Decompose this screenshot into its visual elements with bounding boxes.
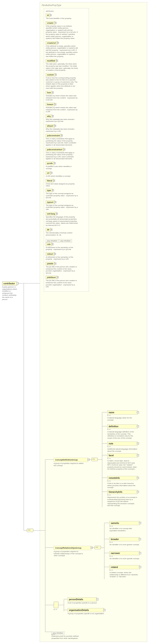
- attribute-roleuri: roleuri+A refinement of the semantics of…: [46, 252, 87, 260]
- expand-icon[interactable]: +: [54, 103, 56, 105]
- attribute-xml:lang: xml:lang+Specifies the language of this …: [46, 212, 87, 226]
- attr-desc: The job title of the person who created …: [46, 266, 78, 274]
- expand-icon[interactable]: +: [137, 425, 139, 428]
- expand-icon[interactable]: −: [88, 458, 90, 461]
- attr-label: pubconstraint+: [46, 134, 61, 137]
- element-sameAs: sameAs+0..∞An identifier of a concept wi…: [110, 521, 140, 532]
- connector-line: [98, 460, 102, 460]
- expand-icon[interactable]: +: [139, 552, 141, 554]
- element-related: related+0..∞A related concept, where the…: [110, 565, 140, 578]
- element-broader: broader+0..∞An identifier of a more gene…: [110, 537, 140, 546]
- expand-icon[interactable]: +: [53, 180, 55, 182]
- attributes-title: attributes: [46, 10, 87, 12]
- expand-icon[interactable]: +: [52, 92, 54, 94]
- attr-label: why+: [46, 114, 52, 118]
- expand-icon[interactable]: +: [54, 125, 56, 127]
- expand-icon[interactable]: +: [96, 598, 98, 600]
- attribute-how: how+Indicates by which means the value w…: [46, 91, 87, 101]
- expand-icon[interactable]: +: [50, 14, 52, 16]
- expand-icon[interactable]: +: [54, 253, 56, 255]
- connector-line: [104, 523, 104, 579]
- expand-icon[interactable]: +: [61, 134, 63, 136]
- element-note: note+0..∞Additional natural language inf…: [108, 442, 138, 452]
- extension-point: any ##other Extension point for provider…: [52, 630, 82, 639]
- multiplicity: 0..∞: [54, 608, 57, 610]
- attr-desc: A qualified code which identifies a conc…: [46, 166, 78, 170]
- attr-label: modified+: [46, 59, 56, 62]
- sequence-connector[interactable]: [91, 458, 98, 461]
- expand-icon[interactable]: +: [139, 566, 141, 568]
- connector-line: [101, 548, 104, 548]
- attribute-creatoruri: creatoruri+If the attribute is empty, sp…: [46, 41, 87, 58]
- attr-label: id+: [46, 14, 50, 17]
- attr-desc: The type of the concept assigned as cont…: [46, 204, 78, 210]
- element-hierarchyInfo: hierarchyInfo+0..∞Represents the positio…: [108, 490, 138, 507]
- sequence-connector[interactable]: [94, 546, 101, 549]
- attr-label: type+: [46, 189, 52, 192]
- expand-icon[interactable]: +: [57, 42, 59, 44]
- attr-desc: Indicates by which means the value was e…: [46, 95, 78, 101]
- expand-icon[interactable]: +: [63, 148, 65, 150]
- expand-icon[interactable]: −: [91, 547, 93, 549]
- attr-desc: Specifies the language of this property …: [46, 216, 78, 226]
- root-desc: A party (person or organisation) which m…: [2, 286, 17, 300]
- expand-icon[interactable]: +: [56, 213, 58, 215]
- expand-icon[interactable]: +: [137, 454, 139, 456]
- expand-icon[interactable]: +: [137, 477, 139, 479]
- expand-icon[interactable]: +: [50, 172, 52, 174]
- attribute-id: id+The local identifier of the property.: [46, 14, 87, 20]
- attribute-typeuri: typeuri+The type of the concept assigned…: [46, 200, 87, 210]
- multiplicity: 0..∞: [52, 634, 55, 636]
- attr-desc: If set to true the corresponding propert…: [46, 77, 78, 90]
- expand-icon[interactable]: +: [139, 522, 141, 524]
- attribute-pubconstraint: pubconstraint+One or many constraints th…: [46, 134, 87, 146]
- expand-icon[interactable]: +: [54, 262, 56, 264]
- attr-desc: Why the metadata has been included - exp…: [46, 128, 78, 132]
- attr-label: literal+: [46, 179, 54, 182]
- attr-label: jobtitle+: [46, 262, 55, 266]
- expand-icon[interactable]: +: [50, 229, 52, 230]
- attr-label: creatoruri+: [46, 41, 57, 45]
- expand-icon[interactable]: +: [56, 60, 58, 62]
- concept-definition-group: ConceptDefinitionGroup −: [54, 458, 88, 462]
- connector-line: [91, 548, 94, 548]
- expand-icon[interactable]: +: [52, 189, 54, 191]
- attr-label: xml:lang+: [46, 212, 56, 216]
- expand-icon[interactable]: +: [54, 162, 56, 164]
- attr-label: how+: [46, 91, 52, 94]
- root-label: contributor: [4, 282, 15, 285]
- attribute-jobtitleuri: jobtitleuri+The job title of the person …: [46, 276, 87, 288]
- attr-desc: The local identifier of the property.: [46, 18, 78, 20]
- attr-desc: The job title of the person who created …: [46, 280, 78, 288]
- attr-desc: If the property value is not defined, sp…: [46, 25, 78, 40]
- element-organisationDetails: organisationDetails+A group of propertie…: [68, 608, 104, 615]
- choice-connector[interactable]: [54, 602, 58, 608]
- expand-icon[interactable]: +: [137, 411, 139, 414]
- expand-icon[interactable]: +: [137, 491, 139, 493]
- attr-desc: If the attribute is empty, specifies whi…: [46, 45, 78, 58]
- connector-line: [45, 632, 52, 632]
- expand-icon[interactable]: +: [54, 201, 56, 203]
- expand-icon[interactable]: +: [57, 276, 59, 278]
- element-narrower: narrower+0..∞An identifier of a more spe…: [110, 551, 140, 560]
- expand-icon[interactable]: +: [54, 22, 56, 24]
- expand-icon[interactable]: +: [55, 74, 57, 76]
- attr-label: dir+: [46, 228, 51, 232]
- attr-desc: Indicates by which means the value was e…: [46, 106, 78, 113]
- attribute-uri: uri+A URI which identifies a concept.: [46, 171, 87, 177]
- sequence-connector[interactable]: [27, 528, 33, 532]
- element-facet: facet+0..∞In NAR 1.8 and later, facet is…: [108, 454, 138, 470]
- attr-label: qcode+: [46, 162, 54, 165]
- connector-line: [17, 283, 40, 284]
- attr-label: creator+: [46, 21, 55, 25]
- element-name: name+0..∞A natural language name for the…: [108, 410, 138, 421]
- collapse-icon[interactable]: −: [16, 282, 19, 284]
- attr-label: jobtitleuri+: [46, 276, 57, 279]
- expand-icon[interactable]: +: [52, 243, 54, 245]
- expand-icon[interactable]: +: [139, 538, 141, 540]
- expand-icon[interactable]: +: [103, 609, 106, 611]
- attribute-dir: dir+The directionality of textual conten…: [46, 228, 87, 236]
- attr-label: role+: [46, 242, 52, 246]
- expand-icon[interactable]: +: [52, 115, 54, 117]
- expand-icon[interactable]: +: [137, 442, 139, 444]
